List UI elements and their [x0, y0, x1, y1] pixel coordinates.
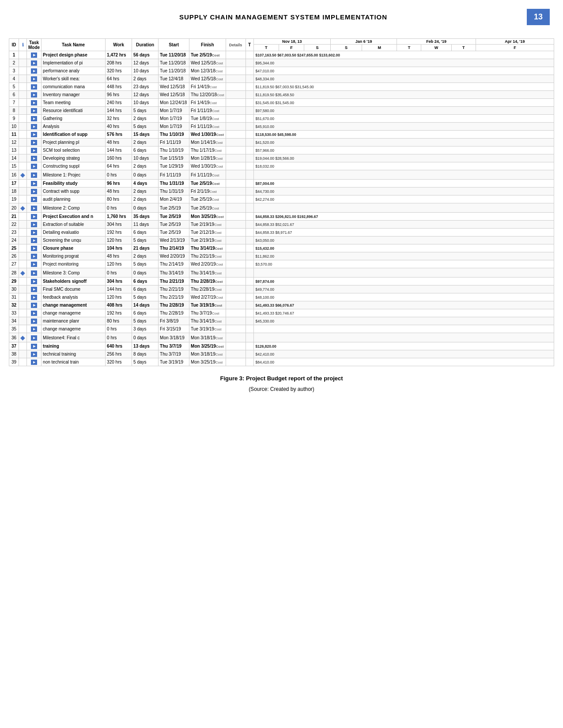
table-row: 4▶Worker's skill mea:64 hrs2 daysTue 12/… [9, 75, 554, 83]
cell-work: 48 hrs [106, 188, 132, 195]
col-header-duration: Duration [132, 39, 159, 51]
cell-gantt [253, 203, 554, 213]
cell-t [246, 278, 253, 285]
cell-details [226, 293, 246, 301]
cell-duration: 5 days [132, 123, 159, 131]
table-row: 10▶Analysis40 hrs5 daysMon 1/7/19Fri 1/1… [9, 123, 554, 131]
cell-work: 1,760 hrs [106, 213, 132, 221]
cell-details [226, 203, 246, 213]
cell-details [226, 188, 246, 195]
cell-info [19, 123, 27, 131]
cell-details [226, 278, 246, 285]
cell-start: Wed 12/5/18 [159, 83, 189, 91]
cell-gantt: $42,410.00 [253, 350, 554, 358]
cell-gantt: $51,670.00 [253, 115, 554, 123]
cell-start: Thu 2/28/19 [159, 309, 189, 317]
figure-caption: Figure 3: Project Budget report of the p… [9, 375, 554, 382]
table-row: 2▶Implementation of pi208 hrs12 daysTue … [9, 59, 554, 67]
cell-gantt: $41,493.33 $20,746.67 [253, 309, 554, 317]
cell-start: Thu 1/10/19 [159, 131, 189, 139]
cell-id: 23 [9, 229, 19, 236]
col-header-details: Details [226, 39, 246, 51]
cell-duration: 13 days [132, 342, 159, 350]
table-row: 30▶Final SMC docume144 hrs6 daysThu 2/21… [9, 285, 554, 293]
table-row: 28◆▶Milestone 3: Comp0 hrs0 daysThu 3/14… [9, 268, 554, 278]
cell-duration: 2 days [132, 252, 159, 260]
table-row: 31▶feedback analysis120 hrs5 daysThu 2/2… [9, 293, 554, 301]
col-header-task-mode: TaskMode [27, 39, 42, 51]
cell-gantt: $45,910.00 [253, 123, 554, 131]
cell-work: 144 hrs [106, 146, 132, 154]
cell-gantt: $44,858.33 $52,021.67 [253, 221, 554, 229]
table-row: 20◆▶Milestone 2: Comp0 hrs0 daysTue 2/5/… [9, 203, 554, 213]
cell-work: 256 hrs [106, 350, 132, 358]
cell-work: 120 hrs [106, 293, 132, 301]
cell-id: 5 [9, 83, 19, 91]
cell-details [226, 236, 246, 244]
cell-duration: 6 days [132, 146, 159, 154]
cell-duration: 10 days [132, 99, 159, 107]
cell-task-mode: ▶ [27, 229, 42, 236]
cell-details [226, 221, 246, 229]
cell-task-mode: ▶ [27, 333, 42, 342]
cell-start: Tue 1/29/19 [159, 162, 189, 170]
cell-details [226, 180, 246, 188]
cell-task-name: non technical train [42, 358, 106, 366]
table-row: 7▶Team meeting240 hrs10 daysMon 12/24/18… [9, 99, 554, 107]
cell-start: Tue 11/20/18 [159, 67, 189, 75]
cell-work: 0 hrs [106, 333, 132, 342]
cell-duration: 14 days [132, 301, 159, 309]
cell-t [246, 325, 253, 333]
cell-info [19, 213, 27, 221]
cell-start: Tue 11/20/18 [159, 59, 189, 67]
cell-duration: 12 days [132, 59, 159, 67]
cell-gantt: $87,004.00 [253, 180, 554, 188]
cell-work: 408 hrs [106, 301, 132, 309]
gantt-col-w: W [421, 45, 451, 51]
table-row: 22▶Extraction of suitable304 hrs11 daysT… [9, 221, 554, 229]
cell-work: 304 hrs [106, 221, 132, 229]
cell-task-mode: ▶ [27, 301, 42, 309]
gantt-col-f: F [279, 45, 304, 51]
cell-id: 18 [9, 188, 19, 195]
cell-gantt: $44,858.33 $206,821.00 $192,896.67 [253, 213, 554, 221]
cell-start: Thu 2/21/19 [159, 285, 189, 293]
cell-id: 35 [9, 325, 19, 333]
table-row: 18▶Contract with supp48 hrs2 daysThu 1/3… [9, 188, 554, 195]
cell-info [19, 107, 27, 115]
cell-task-name: Analysis [42, 123, 106, 131]
cell-t [246, 170, 253, 180]
cell-start: Fri 1/11/19 [159, 170, 189, 180]
gantt-col-m: M [362, 45, 397, 51]
cell-start: Fri 1/11/19 [159, 139, 189, 146]
cell-gantt: $41,493.33 $66,076.67 [253, 301, 554, 309]
cell-start: Tue 3/19/19 [159, 358, 189, 366]
cell-gantt [253, 325, 554, 333]
cell-details [226, 229, 246, 236]
cell-info [19, 139, 27, 146]
table-row: 34▶maintenance planr80 hrs5 daysFri 3/8/… [9, 317, 554, 325]
table-row: 16◆▶Milestone 1: Projec0 hrs0 daysFri 1/… [9, 170, 554, 180]
cell-work: 1,472 hrs [106, 51, 132, 59]
cell-start: Wed 2/13/19 [159, 236, 189, 244]
cell-work: 144 hrs [106, 285, 132, 293]
gantt-col-s1: S [304, 45, 331, 51]
cell-duration: 8 days [132, 350, 159, 358]
cell-finish: Tue 1/8/19Cost [189, 115, 226, 123]
cell-id: 20 [9, 203, 19, 213]
cell-work: 80 hrs [106, 195, 132, 203]
cell-work: 0 hrs [106, 268, 132, 278]
cell-gantt: $19,044.00 $28,566.00 [253, 154, 554, 162]
cell-task-name: Monitoring prograt [42, 252, 106, 260]
cell-task-mode: ▶ [27, 195, 42, 203]
cell-duration: 2 days [132, 162, 159, 170]
cell-id: 32 [9, 301, 19, 309]
table-row: 39▶non technical train320 hrs5 daysTue 3… [9, 358, 554, 366]
cell-info [19, 51, 27, 59]
cell-task-mode: ▶ [27, 244, 42, 252]
cell-id: 2 [9, 59, 19, 67]
cell-work: 208 hrs [106, 59, 132, 67]
cell-duration: 2 days [132, 139, 159, 146]
cell-task-mode: ▶ [27, 154, 42, 162]
cell-gantt: $97,580.00 [253, 107, 554, 115]
